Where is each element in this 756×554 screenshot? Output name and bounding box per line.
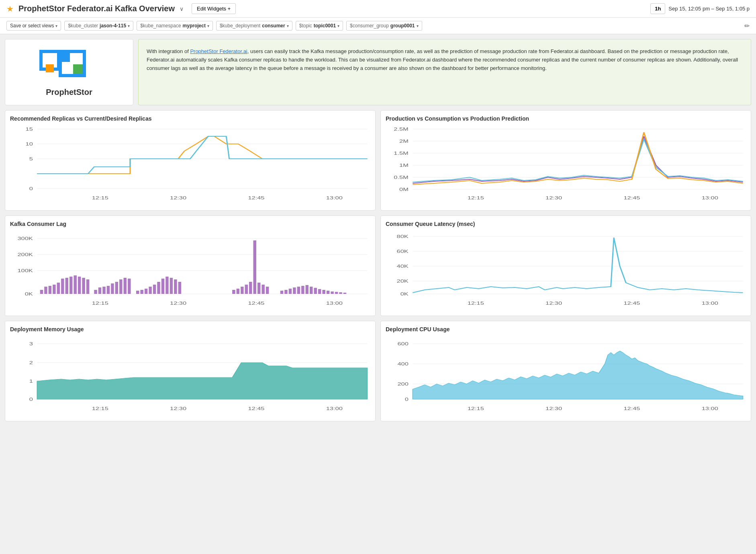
queue-latency-chart-area: 80K 60K 40K 20K 0K 12:15 12:30 12:45 13:… bbox=[386, 230, 746, 311]
memory-usage-chart-title: Deployment Memory Usage bbox=[10, 326, 370, 332]
svg-text:12:15: 12:15 bbox=[468, 195, 484, 201]
svg-text:0K: 0K bbox=[400, 291, 409, 297]
svg-text:0: 0 bbox=[29, 186, 33, 191]
svg-rect-58 bbox=[98, 287, 101, 294]
svg-rect-69 bbox=[149, 287, 151, 294]
time-range-button[interactable]: 1h bbox=[650, 3, 665, 14]
svg-rect-77 bbox=[232, 290, 235, 294]
kube-cluster-key: $kube_cluster bbox=[68, 23, 98, 29]
kube-namespace-select[interactable]: $kube_namespace myproject ▾ bbox=[137, 21, 213, 31]
consumer-group-chevron-icon: ▾ bbox=[417, 24, 419, 28]
cpu-usage-chart-svg: 600 400 200 0 12:15 12:30 12:45 13:00 bbox=[386, 336, 746, 416]
queue-latency-chart-title: Consumer Queue Latency (msec) bbox=[386, 221, 746, 227]
svg-rect-91 bbox=[301, 286, 304, 294]
svg-text:0.5M: 0.5M bbox=[394, 175, 409, 180]
svg-text:0M: 0M bbox=[399, 187, 409, 192]
svg-rect-49 bbox=[57, 283, 60, 294]
svg-rect-60 bbox=[107, 286, 110, 294]
svg-text:0: 0 bbox=[405, 397, 409, 402]
svg-rect-63 bbox=[119, 279, 122, 294]
svg-text:13:00: 13:00 bbox=[702, 301, 718, 306]
svg-text:12:15: 12:15 bbox=[468, 301, 484, 306]
svg-rect-50 bbox=[61, 279, 64, 294]
svg-rect-62 bbox=[115, 282, 118, 294]
svg-text:2.5M: 2.5M bbox=[394, 127, 409, 132]
svg-rect-93 bbox=[310, 287, 313, 294]
svg-text:12:45: 12:45 bbox=[248, 195, 264, 201]
svg-rect-3 bbox=[73, 64, 83, 74]
kube-deployment-chevron-icon: ▾ bbox=[287, 24, 289, 28]
kube-deployment-select[interactable]: $kube_deployment consumer ▾ bbox=[216, 21, 292, 31]
kube-namespace-key: $kube_namespace bbox=[140, 23, 181, 29]
kube-deployment-value: consumer bbox=[262, 23, 285, 29]
svg-rect-48 bbox=[53, 285, 55, 294]
svg-text:12:45: 12:45 bbox=[623, 301, 640, 306]
svg-text:0K: 0K bbox=[25, 291, 33, 297]
svg-rect-86 bbox=[280, 291, 283, 294]
svg-rect-64 bbox=[124, 278, 127, 294]
svg-text:13:00: 13:00 bbox=[326, 195, 343, 201]
consumer-group-select[interactable]: $consumer_group group0001 ▾ bbox=[346, 21, 422, 31]
svg-text:1: 1 bbox=[29, 379, 33, 384]
prophetstor-link[interactable]: ProphetStor Federator.ai bbox=[190, 48, 247, 54]
svg-rect-45 bbox=[40, 290, 43, 294]
svg-text:12:30: 12:30 bbox=[170, 406, 186, 411]
svg-rect-52 bbox=[69, 277, 72, 294]
consumer-group-key: $consumer_group bbox=[350, 23, 389, 29]
svg-text:15: 15 bbox=[26, 127, 33, 132]
kube-namespace-value: myproject bbox=[183, 23, 206, 29]
svg-text:40K: 40K bbox=[397, 264, 409, 269]
consumer-group-value: group0001 bbox=[390, 23, 415, 29]
topic-select[interactable]: $topic topic0001 ▾ bbox=[296, 21, 343, 31]
production-chart-svg: 2.5M 2M 1.5M 1M 0.5M 0M 12:15 12:30 12:4… bbox=[386, 125, 746, 205]
topic-value: topic0001 bbox=[314, 23, 336, 29]
svg-text:13:00: 13:00 bbox=[702, 195, 718, 201]
views-label: Save or select views bbox=[10, 23, 54, 29]
svg-text:12:45: 12:45 bbox=[248, 406, 264, 411]
svg-text:1M: 1M bbox=[399, 163, 409, 168]
svg-rect-56 bbox=[86, 279, 89, 294]
svg-rect-83 bbox=[257, 283, 260, 294]
svg-text:2: 2 bbox=[29, 360, 33, 365]
logo-box: ProphetStor bbox=[5, 39, 133, 105]
svg-text:12:45: 12:45 bbox=[248, 301, 264, 306]
svg-rect-95 bbox=[318, 289, 321, 294]
cpu-usage-chart-title: Deployment CPU Usage bbox=[386, 326, 746, 332]
svg-text:12:30: 12:30 bbox=[170, 301, 186, 306]
svg-rect-76 bbox=[178, 282, 181, 294]
charts-row-3: Deployment Memory Usage 3 2 1 0 12:15 12… bbox=[5, 321, 751, 421]
intro-section: ProphetStor With integration of ProphetS… bbox=[5, 39, 751, 105]
svg-text:10: 10 bbox=[26, 142, 33, 147]
header: ★ ProphetStor Federator.ai Kafka Overvie… bbox=[0, 0, 756, 18]
svg-rect-51 bbox=[65, 278, 68, 294]
svg-rect-101 bbox=[343, 293, 346, 294]
svg-rect-85 bbox=[266, 287, 269, 294]
consumer-lag-chart-panel: Kafka Consumer Lag 300K 200K 100K 0K 12:… bbox=[5, 215, 376, 316]
svg-rect-67 bbox=[140, 290, 143, 294]
charts-row-2: Kafka Consumer Lag 300K 200K 100K 0K 12:… bbox=[5, 215, 751, 316]
svg-rect-54 bbox=[78, 277, 81, 294]
consumer-lag-chart-title: Kafka Consumer Lag bbox=[10, 221, 370, 227]
svg-text:80K: 80K bbox=[397, 234, 409, 239]
views-select[interactable]: Save or select views ▾ bbox=[6, 21, 61, 31]
svg-text:12:15: 12:15 bbox=[92, 406, 108, 411]
replicas-chart-title: Recommended Replicas vs Current/Desired … bbox=[10, 115, 370, 122]
svg-rect-100 bbox=[339, 292, 342, 294]
svg-rect-74 bbox=[170, 278, 173, 294]
topic-key: $topic bbox=[299, 23, 312, 29]
kube-cluster-select[interactable]: $kube_cluster jason-4-115 ▾ bbox=[64, 21, 133, 31]
replicas-chart-panel: Recommended Replicas vs Current/Desired … bbox=[5, 110, 376, 211]
page-title: ProphetStor Federator.ai Kafka Overview bbox=[18, 4, 175, 13]
pencil-icon[interactable]: ✏ bbox=[744, 22, 750, 30]
svg-text:12:30: 12:30 bbox=[546, 301, 562, 306]
svg-rect-70 bbox=[153, 285, 156, 294]
svg-text:5: 5 bbox=[29, 156, 33, 162]
svg-text:12:15: 12:15 bbox=[92, 195, 108, 201]
svg-text:200: 200 bbox=[397, 382, 409, 387]
favorite-star-icon[interactable]: ★ bbox=[6, 4, 14, 14]
edit-widgets-button[interactable]: Edit Widgets + bbox=[192, 3, 236, 14]
cpu-usage-chart-area: 600 400 200 0 12:15 12:30 12:45 13:00 bbox=[386, 336, 746, 416]
title-chevron-icon[interactable]: ∨ bbox=[180, 6, 184, 12]
svg-rect-90 bbox=[297, 287, 300, 294]
description-box: With integration of ProphetStor Federato… bbox=[138, 39, 751, 105]
